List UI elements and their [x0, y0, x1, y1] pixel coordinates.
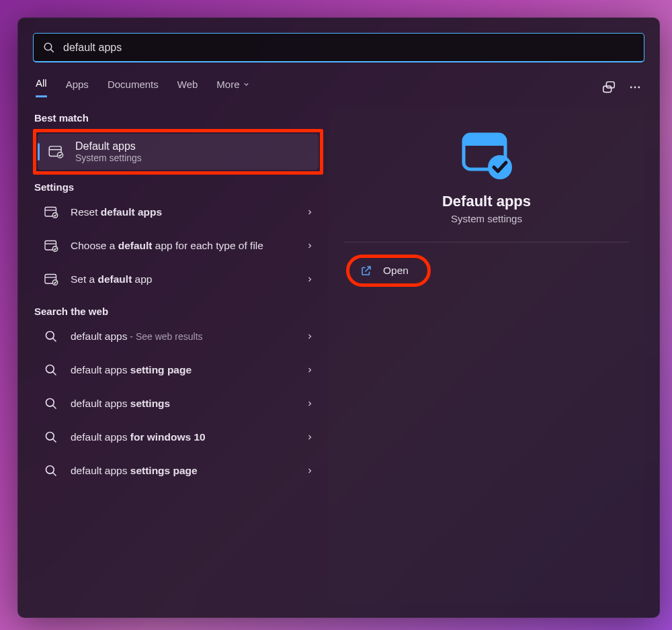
- search-icon: [42, 395, 60, 412]
- chevron-right-icon: [306, 242, 314, 250]
- chevron-right-icon: [306, 275, 314, 283]
- result-label: Reset default apps: [71, 206, 162, 220]
- svg-point-27: [46, 466, 54, 474]
- chevron-right-icon: [306, 332, 314, 341]
- result-label: default apps settings: [71, 397, 170, 411]
- tab-more[interactable]: More: [216, 77, 249, 97]
- best-match-title: Default apps: [75, 140, 142, 152]
- annotation-highlight-best-match: Default apps System settings: [33, 129, 323, 175]
- search-icon: [42, 361, 60, 379]
- result-label: default apps for windows 10: [71, 431, 206, 445]
- chevron-right-icon: [306, 208, 314, 216]
- search-icon: [43, 42, 55, 54]
- svg-rect-2: [606, 82, 614, 88]
- svg-point-4: [630, 87, 632, 89]
- svg-point-12: [52, 213, 58, 218]
- more-options-icon[interactable]: [628, 81, 642, 94]
- result-label: default apps setting page: [71, 363, 192, 377]
- svg-rect-3: [603, 86, 612, 92]
- settings-result-choose[interactable]: Choose a default app for each type of fi…: [33, 229, 323, 263]
- svg-point-0: [44, 43, 52, 50]
- chevron-right-icon: [306, 433, 314, 441]
- search-icon: [42, 328, 60, 345]
- search-box[interactable]: [33, 33, 644, 62]
- svg-point-9: [57, 152, 62, 158]
- svg-rect-31: [464, 142, 505, 146]
- settings-app-icon: [42, 271, 60, 288]
- settings-result-reset[interactable]: Reset default apps: [33, 195, 323, 229]
- best-match-subtitle: System settings: [75, 152, 142, 163]
- svg-line-20: [53, 339, 56, 342]
- search-icon: [42, 462, 60, 480]
- web-result-3[interactable]: default apps for windows 10: [33, 420, 323, 454]
- chevron-right-icon: [306, 366, 314, 374]
- section-settings: Settings: [34, 181, 323, 193]
- web-result-0[interactable]: default apps - See web results: [33, 320, 323, 353]
- start-menu-search-window: All Apps Documents Web More: [17, 17, 660, 618]
- tab-apps[interactable]: Apps: [66, 77, 89, 97]
- header-actions: [601, 80, 642, 95]
- open-button[interactable]: Open: [355, 261, 414, 281]
- web-result-1[interactable]: default apps setting page: [33, 353, 323, 387]
- chevron-right-icon: [306, 467, 314, 475]
- details-panel: Default apps System settings Open: [329, 107, 644, 602]
- results-panel: Best match Default apps Syste: [33, 107, 323, 602]
- svg-point-25: [46, 433, 54, 441]
- content: Best match Default apps Syste: [33, 107, 644, 602]
- chat-icon[interactable]: [601, 80, 616, 95]
- tabs-row: All Apps Documents Web More: [33, 77, 644, 97]
- settings-result-set[interactable]: Set a default app: [33, 263, 323, 296]
- web-result-4[interactable]: default apps settings page: [33, 454, 323, 488]
- svg-line-24: [53, 406, 56, 409]
- details-title: Default apps: [442, 193, 531, 210]
- svg-point-18: [52, 280, 58, 285]
- svg-point-21: [46, 365, 54, 373]
- settings-app-icon: [42, 237, 60, 255]
- tab-web[interactable]: Web: [177, 77, 198, 97]
- section-best-match: Best match: [34, 112, 323, 124]
- details-subtitle: System settings: [451, 213, 522, 224]
- settings-app-icon: [42, 204, 60, 221]
- svg-point-19: [46, 332, 54, 340]
- result-label: Choose a default app for each type of fi…: [71, 239, 263, 253]
- svg-line-28: [53, 473, 56, 476]
- result-label: default apps settings page: [71, 464, 198, 478]
- default-apps-large-icon: [458, 130, 515, 181]
- svg-point-5: [634, 87, 636, 89]
- chevron-down-icon: [243, 81, 250, 88]
- filter-tabs: All Apps Documents Web More: [36, 77, 601, 97]
- selection-indicator: [38, 143, 40, 161]
- svg-line-1: [50, 49, 53, 52]
- svg-point-23: [46, 399, 54, 407]
- result-label: default apps - See web results: [71, 330, 203, 344]
- settings-app-icon: [47, 143, 65, 161]
- web-result-2[interactable]: default apps settings: [33, 387, 323, 420]
- actions-row: Open: [329, 242, 644, 299]
- best-match-texts: Default apps System settings: [75, 140, 142, 163]
- annotation-highlight-open: Open: [346, 255, 431, 287]
- svg-line-26: [53, 439, 56, 443]
- search-icon: [42, 429, 60, 446]
- best-match-item[interactable]: Default apps System settings: [38, 134, 319, 170]
- svg-point-15: [52, 246, 58, 252]
- result-label: Set a default app: [71, 273, 152, 287]
- open-external-icon: [360, 265, 372, 277]
- chevron-right-icon: [306, 400, 314, 408]
- tab-documents[interactable]: Documents: [108, 77, 159, 97]
- section-search-web: Search the web: [34, 306, 323, 317]
- svg-line-22: [53, 372, 56, 375]
- search-input[interactable]: [63, 42, 634, 54]
- tab-all[interactable]: All: [36, 77, 47, 97]
- open-label: Open: [383, 265, 409, 277]
- svg-point-6: [638, 87, 640, 89]
